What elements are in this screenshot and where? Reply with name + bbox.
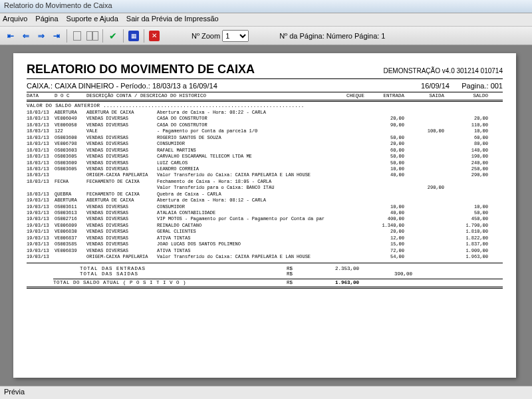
table-row: 18/03/13VE006050VENDAS DIVERSASCASA DO C… [27, 122, 503, 128]
report-date: 16/09/14 [421, 82, 450, 90]
window-title: Relatorio do Movimento de Caixa [4, 1, 112, 9]
report-demo: DEMONSTRAÇÃO v4.0 301214 010714 [383, 67, 503, 74]
menu-pagina[interactable]: Página [35, 15, 58, 25]
table-row: 19/03/13OS002716VENDAS DIVERSASVIP MOTOS… [27, 216, 503, 222]
page-single-icon[interactable] [70, 29, 84, 43]
table-row: 18/03/13OS003609VENDAS DIVERSASLUIZ CARL… [27, 160, 503, 166]
statusbar: Prévia [0, 386, 532, 399]
preview-area[interactable]: RELATORIO DO MOVIMENTO DE CAIXA DEMONSTR… [0, 45, 532, 386]
separator [144, 29, 144, 43]
separator [102, 29, 103, 43]
last-page-icon[interactable]: ⇥ [50, 29, 63, 43]
table-row: Valor Transferido para o Caixa: BANCO IT… [27, 185, 503, 191]
report-page: RELATORIO DO MOVIMENTO DE CAIXA DEMONSTR… [13, 53, 516, 378]
zoom-label: Nº Zoom [192, 32, 220, 40]
status-text: Prévia [4, 388, 25, 396]
table-row: 19/03/13ORIGEM-CAIXA PAPELARIAValor Tran… [27, 254, 503, 260]
saldo-anterior: VALOR DO SALDO ANTERIOR ................… [27, 103, 503, 108]
menu-sair[interactable]: Sair da Prévia de Impressão [126, 15, 219, 25]
toolbar: ⇤ ⇐ ⇒ ⇥ ✔ ▦ ✕ Nº Zoom 1 Nº da Página: Nú… [0, 27, 532, 45]
column-headers: DATA D O C DESCRIÇÃO CONTA / DESCRICAO D… [27, 93, 503, 98]
report-rows: 18/03/13ABERTURAABERTURA DE CAIXAAbertur… [27, 110, 503, 261]
table-row: 18/03/13ABERTURAABERTURA DE CAIXAAbertur… [27, 110, 503, 116]
table-row: 19/03/13OS003585VENDAS DIVERSASJOAO LUCA… [27, 241, 503, 247]
separator [66, 29, 67, 43]
zoom-select[interactable]: 1 [222, 30, 249, 42]
check-icon[interactable]: ✔ [106, 29, 120, 43]
page-number-label: Nº da Página: Número Página: 1 [279, 32, 385, 40]
first-page-icon[interactable]: ⇤ [4, 29, 17, 43]
table-row: 18/03/13QUEBRAFECHAMENTO DE CAIXAQuebra … [27, 192, 503, 198]
table-row: 18/03/13VE006049VENDAS DIVERSASCASA DO C… [27, 116, 503, 122]
report-caixa: CAIXA.: CAIXA DINHEIRO - Período.: 18/03… [27, 82, 217, 90]
table-row: 19/03/13OS003613VENDAS DIVERSASATALAIA C… [27, 210, 503, 216]
totals: TOTAL DAS ENTRADAS R$ 2.353,00 TOTAL DAS… [27, 266, 503, 285]
separator [123, 29, 124, 43]
page-multi-icon[interactable] [86, 29, 99, 43]
table-row: 19/03/13VE006830VENDAS DIVERSASGERAL CLI… [27, 229, 503, 235]
menu-suporte[interactable]: Suporte e Ajuda [66, 15, 118, 25]
table-row: 19/03/13ABERTURAABERTURA DE CAIXAAbertur… [27, 198, 503, 203]
table-row: 18/03/13VE006798VENDAS DIVERSASCONSUMIDO… [27, 141, 503, 147]
table-row: 18/03/13OS003605VENDAS DIVERSASLEANDRO C… [27, 166, 503, 172]
table-row: 19/03/13OS003611VENDAS DIVERSASCONSUMIDO… [27, 204, 503, 210]
table-row: 18/03/13OS003605VENDAS DIVERSASCARVALHO … [27, 154, 503, 160]
report-page-num: Pagina.: 001 [462, 82, 503, 90]
report-title: RELATORIO DO MOVIMENTO DE CAIXA [27, 63, 255, 76]
table-row: 18/03/13OS003600VENDAS DIVERSASROGERIO S… [27, 135, 503, 141]
table-row: 18/03/13OS003603VENDAS DIVERSASRAFAEL MA… [27, 148, 503, 154]
window-titlebar: Relatorio do Movimento de Caixa [0, 0, 532, 13]
table-row: 19/03/13VE006837VENDAS DIVERSASATIVA TIN… [27, 235, 503, 241]
grid-icon[interactable]: ▦ [127, 29, 140, 43]
close-preview-icon[interactable]: ✕ [148, 29, 161, 43]
prev-page-icon[interactable]: ⇐ [19, 29, 33, 43]
table-row: 18/03/13FECHAFECHAMENTO DE CAIXAFechamen… [27, 179, 503, 185]
table-row: 19/03/13VE006839VENDAS DIVERSASATIVA TIN… [27, 248, 503, 254]
table-row: 19/03/13VE006809VENDAS DIVERSASREINALDO … [27, 223, 503, 229]
table-row: 18/03/13122VALE- Pagamento por Conta da … [27, 128, 503, 134]
menu-arquivo[interactable]: Arquivo [3, 15, 27, 25]
next-page-icon[interactable]: ⇒ [35, 29, 48, 43]
menubar: Arquivo Página Suporte e Ajuda Sair da P… [0, 13, 532, 27]
table-row: 18/03/13ORIGEM-CAIXA PAPELARIAValor Tran… [27, 172, 503, 178]
